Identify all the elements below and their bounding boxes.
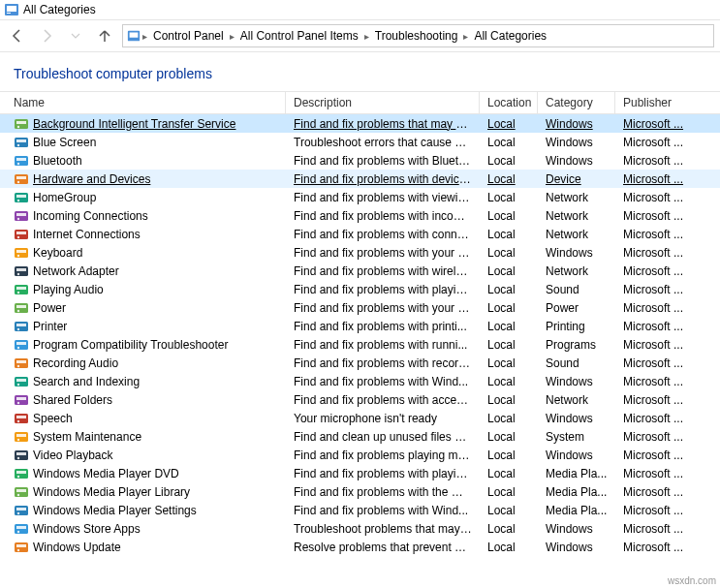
item-category: Sound [538,356,615,370]
chevron-right-icon: ▸ [142,31,147,42]
item-name: Recording Audio [33,356,118,370]
item-category: Network [538,191,615,204]
recent-dropdown-icon[interactable] [64,24,87,47]
back-button[interactable] [6,24,29,47]
item-location: Local [480,504,538,517]
svg-point-52 [17,401,19,403]
title-bar: All Categories [0,0,720,20]
item-category: Programs [538,338,615,352]
item-location: Local [480,117,538,131]
page-heading: Troubleshoot computer problems [0,52,720,91]
list-item[interactable]: Power Find and fix problems with your c.… [0,298,720,317]
item-publisher: Microsoft ... [615,264,693,278]
chevron-right-icon: ▸ [230,31,235,42]
list-item[interactable]: Hardware and Devices Find and fix proble… [0,170,720,188]
column-header-publisher[interactable]: Publisher [615,92,693,113]
list-item[interactable]: System Maintenance Find and clean up unu… [0,427,720,446]
list-item[interactable]: Internet Connections Find and fix proble… [0,225,720,243]
column-header-location[interactable]: Location [480,92,538,113]
list-item[interactable]: Search and Indexing Find and fix problem… [0,372,720,390]
chevron-right-icon: ▸ [463,31,468,42]
list-item[interactable]: HomeGroup Find and fix problems with vie… [0,188,720,206]
svg-point-64 [17,475,19,477]
item-location: Local [480,541,538,554]
troubleshooter-icon [14,300,29,316]
item-location: Local [480,264,538,278]
list-item[interactable]: Shared Folders Find and fix problems wit… [0,390,720,409]
item-location: Local [480,356,538,370]
list-item[interactable]: Playing Audio Find and fix problems with… [0,280,720,298]
list-item[interactable]: Bluetooth Find and fix problems with Blu… [0,151,720,170]
svg-rect-63 [16,471,26,474]
item-category: Windows [538,136,615,149]
item-location: Local [480,136,538,149]
list-item[interactable]: Recording Audio Find and fix problems wi… [0,354,720,372]
troubleshooter-icon [14,227,29,242]
item-publisher: Microsoft ... [615,136,693,149]
list-item[interactable]: Background Intelligent Transfer Service … [0,114,720,133]
troubleshooter-icon [14,521,29,537]
list-item[interactable]: Windows Store Apps Troubleshoot problems… [0,519,720,538]
item-name: HomeGroup [33,191,96,204]
list-item[interactable]: Incoming Connections Find and fix proble… [0,206,720,225]
breadcrumb-item[interactable]: Control Panel [149,27,228,45]
column-header-category[interactable]: Category [538,92,615,113]
breadcrumb-item[interactable]: All Categories [470,27,550,45]
breadcrumb[interactable]: ▸ Control Panel ▸ All Control Panel Item… [122,24,714,47]
column-header-description[interactable]: Description [286,92,480,113]
up-button[interactable] [93,24,116,47]
item-name: System Maintenance [33,430,141,444]
svg-rect-66 [16,489,26,492]
item-location: Local [480,467,538,480]
svg-point-73 [17,530,19,532]
svg-rect-42 [16,342,26,345]
svg-point-28 [17,254,19,256]
list-item[interactable]: Windows Media Player DVD Find and fix pr… [0,464,720,482]
svg-rect-4 [130,33,139,38]
item-name: Bluetooth [33,154,82,168]
item-location: Local [480,393,538,407]
list-item[interactable]: Windows Media Player Settings Find and f… [0,501,720,519]
breadcrumb-item[interactable]: All Control Panel Items [236,27,362,45]
list-item[interactable]: Keyboard Find and fix problems with your… [0,243,720,262]
item-publisher: Microsoft ... [615,283,693,296]
svg-rect-27 [16,250,26,253]
list-item[interactable]: Video Playback Find and fix problems pla… [0,446,720,464]
list-item[interactable]: Windows Media Player Library Find and fi… [0,482,720,501]
svg-point-25 [17,235,19,237]
item-name: Shared Folders [33,393,112,407]
svg-point-43 [17,346,19,348]
troubleshooter-icon [14,374,29,389]
troubleshooter-icon [14,503,29,518]
breadcrumb-item[interactable]: Troubleshooting [371,27,462,45]
list-item[interactable]: Printer Find and fix problems with print… [0,317,720,335]
item-publisher: Microsoft ... [615,338,693,352]
control-panel-icon [4,2,19,17]
item-publisher: Microsoft ... [615,246,693,260]
list-item[interactable]: Windows Update Resolve problems that pre… [0,538,720,556]
item-publisher: Microsoft ... [615,154,693,168]
troubleshooter-icon [14,282,29,297]
svg-rect-24 [16,232,26,234]
column-header-name[interactable]: Name [0,92,286,113]
item-publisher: Microsoft ... [615,117,693,131]
troubleshooter-icon [14,466,29,481]
list-item[interactable]: Network Adapter Find and fix problems wi… [0,262,720,280]
item-category: Power [538,301,615,315]
item-name: Incoming Connections [33,209,148,223]
list-item[interactable]: Blue Screen Troubleshoot errors that cau… [0,133,720,151]
list-item[interactable]: Program Compatibility Troubleshooter Fin… [0,335,720,354]
svg-point-19 [17,199,19,201]
chevron-right-icon: ▸ [364,31,369,42]
item-description: Troubleshoot problems that may ... [286,522,480,536]
item-description: Find and fix problems with record... [286,356,480,370]
item-location: Local [480,522,538,536]
list-item[interactable]: Speech Your microphone isn't ready Local… [0,409,720,427]
troubleshooter-icon [14,319,29,334]
forward-button[interactable] [35,24,58,47]
svg-rect-72 [16,526,26,529]
window-title: All Categories [23,3,96,16]
item-category: Windows [538,449,615,462]
item-location: Local [480,338,538,352]
svg-rect-9 [16,139,26,142]
